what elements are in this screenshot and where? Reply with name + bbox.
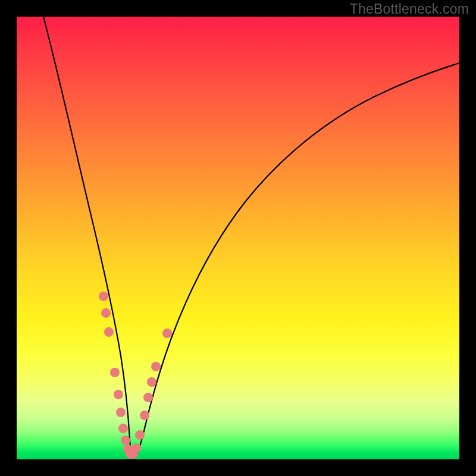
svg-point-6 (118, 424, 128, 433)
svg-point-13 (140, 411, 149, 420)
svg-point-5 (116, 408, 126, 417)
curve-layer (17, 17, 459, 459)
svg-point-12 (135, 430, 145, 440)
svg-point-3 (110, 368, 120, 377)
svg-point-17 (162, 328, 172, 338)
svg-point-16 (151, 362, 161, 371)
bottleneck-curve (43, 17, 459, 458)
svg-point-2 (104, 327, 114, 337)
svg-point-15 (147, 377, 156, 387)
svg-point-7 (121, 436, 130, 445)
svg-point-1 (101, 308, 111, 318)
svg-point-14 (143, 393, 153, 402)
outer-frame: TheBottleneck.com (0, 0, 476, 476)
data-markers (99, 292, 172, 459)
svg-point-0 (99, 292, 108, 301)
svg-point-11 (131, 443, 141, 453)
svg-point-4 (114, 390, 123, 399)
watermark-text: TheBottleneck.com (350, 1, 469, 17)
plot-area (17, 17, 459, 459)
